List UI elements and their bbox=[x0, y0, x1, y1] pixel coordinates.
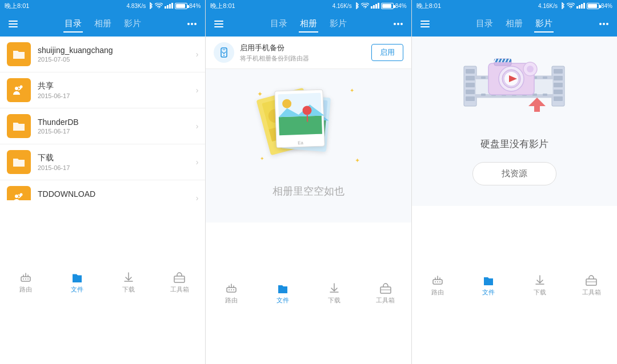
status-right-2: 4.16K/s 84% bbox=[332, 2, 407, 9]
svg-point-4 bbox=[191, 23, 193, 25]
tab-movie-3[interactable]: 影片 bbox=[534, 16, 554, 33]
file-item-1[interactable]: shuijing_kuangchang 2015-07-05 › bbox=[0, 37, 205, 72]
panel-movie: 晚上8:01 4.16K/s 84% 目录 相册 bbox=[412, 0, 617, 364]
battery-pct-2: 84% bbox=[395, 3, 407, 9]
bottom-nav-file-label-1: 文件 bbox=[71, 285, 83, 294]
file-item-2[interactable]: 共享 2015-06-17 › bbox=[0, 72, 205, 108]
nav-bar-1: 目录 相册 影片 bbox=[0, 11, 205, 37]
backup-phone-icon bbox=[214, 42, 234, 63]
bottom-nav-2: 路由 文件 下载 工具箱 bbox=[206, 223, 411, 365]
svg-rect-48 bbox=[420, 21, 430, 22]
panel-directory: 晚上8:01 4.83K/s 84% 目录 相册 bbox=[0, 0, 206, 364]
svg-point-17 bbox=[23, 278, 24, 280]
battery-3 bbox=[587, 3, 599, 9]
file-info-2: 共享 2015-06-17 bbox=[38, 81, 189, 99]
nav-home-btn-2[interactable] bbox=[210, 15, 227, 33]
bottom-nav-download-1[interactable]: 下载 bbox=[103, 200, 154, 364]
bottom-nav-toolbox-1[interactable]: 工具箱 bbox=[154, 200, 205, 364]
svg-point-27 bbox=[400, 23, 403, 25]
svg-point-26 bbox=[397, 23, 399, 25]
file-item-5[interactable]: TDDOWNLOAD 2015-05-28 › bbox=[0, 180, 205, 200]
bottom-nav-download-3[interactable]: 下载 bbox=[514, 206, 566, 364]
svg-point-25 bbox=[394, 23, 396, 25]
folder-icon-2 bbox=[7, 78, 31, 102]
status-right-1: 4.83K/s 84% bbox=[126, 2, 201, 9]
battery-pct-1: 84% bbox=[189, 3, 201, 9]
star-2: ✦ bbox=[350, 87, 354, 94]
battery-pct-3: 84% bbox=[601, 3, 612, 9]
status-right-3: 4.16K/s 84% bbox=[538, 2, 612, 9]
movie-empty-state: 硬盘里没有影片 找资源 bbox=[412, 37, 617, 206]
bottom-nav-router-1[interactable]: 路由 bbox=[0, 200, 51, 364]
find-source-button[interactable]: 找资源 bbox=[472, 162, 556, 185]
bottom-nav-router-3[interactable]: 路由 bbox=[412, 206, 463, 364]
svg-point-101 bbox=[439, 281, 440, 282]
svg-rect-64 bbox=[554, 90, 563, 94]
bottom-nav-toolbox-2[interactable]: 工具箱 bbox=[360, 223, 411, 365]
tab-directory-3[interactable]: 目录 bbox=[475, 16, 494, 33]
tab-album-2[interactable]: 相册 bbox=[299, 16, 318, 33]
status-bar-1: 晚上8:01 4.83K/s 84% bbox=[0, 0, 205, 11]
tab-directory-1[interactable]: 目录 bbox=[63, 16, 83, 33]
tab-movie-2[interactable]: 影片 bbox=[328, 16, 348, 33]
bottom-nav-router-2[interactable]: 路由 bbox=[206, 223, 257, 365]
nav-more-btn-3[interactable] bbox=[595, 15, 612, 33]
bottom-nav-toolbox-label-3: 工具箱 bbox=[582, 288, 601, 297]
svg-rect-57 bbox=[466, 83, 475, 87]
bottom-nav-3: 路由 文件 下载 工具箱 bbox=[412, 206, 617, 364]
svg-point-44 bbox=[231, 289, 232, 290]
backup-enable-button[interactable]: 启用 bbox=[371, 44, 403, 61]
tab-album-1[interactable]: 相册 bbox=[93, 16, 113, 33]
tab-album-3[interactable]: 相册 bbox=[504, 16, 524, 33]
speed-2: 4.16K/s bbox=[332, 3, 352, 9]
svg-rect-50 bbox=[420, 26, 430, 27]
folder-icon-5 bbox=[7, 186, 31, 200]
file-name-5: TDDOWNLOAD bbox=[38, 189, 189, 199]
movie-empty-text: 硬盘里没有影片 bbox=[480, 137, 548, 151]
bottom-nav-file-2[interactable]: 文件 bbox=[257, 223, 308, 365]
file-name-1: shuijing_kuangchang bbox=[38, 46, 189, 55]
svg-rect-76 bbox=[481, 94, 486, 96]
svg-rect-49 bbox=[420, 23, 430, 25]
file-info-4: 下载 2015-06-17 bbox=[38, 153, 189, 171]
nav-more-btn-1[interactable] bbox=[183, 15, 201, 33]
status-bar-3: 晚上8:01 4.16K/s 84% bbox=[412, 0, 617, 11]
folder-icon-3 bbox=[7, 114, 31, 138]
file-item-4[interactable]: 下载 2015-06-17 › bbox=[0, 144, 205, 180]
svg-point-6 bbox=[15, 87, 18, 90]
file-item-3[interactable]: ThunderDB 2015-06-17 › bbox=[0, 108, 205, 144]
bluetooth-icon-3 bbox=[559, 2, 565, 9]
svg-rect-22 bbox=[214, 21, 223, 22]
signal-bars-1 bbox=[165, 3, 173, 9]
nav-home-btn-3[interactable] bbox=[416, 15, 434, 33]
nav-more-btn-2[interactable] bbox=[390, 15, 407, 33]
backup-subtitle: 将手机相册备份到路由器 bbox=[240, 54, 365, 63]
svg-point-19 bbox=[27, 278, 29, 280]
signal-bars-2 bbox=[371, 3, 379, 9]
bottom-nav-toolbox-label-2: 工具箱 bbox=[376, 296, 395, 305]
bottom-nav-toolbox-3[interactable]: 工具箱 bbox=[566, 206, 617, 364]
folder-icon-4 bbox=[7, 150, 31, 174]
file-date-4: 2015-06-17 bbox=[38, 164, 189, 171]
nav-home-btn-1[interactable] bbox=[5, 15, 22, 33]
file-name-4: 下载 bbox=[38, 153, 189, 163]
status-bar-2: 晚上8:01 4.16K/s 84% bbox=[206, 0, 411, 11]
svg-point-100 bbox=[437, 281, 438, 282]
file-date-2: 2015-06-17 bbox=[38, 92, 189, 99]
wifi-icon-1 bbox=[155, 3, 163, 9]
svg-point-45 bbox=[233, 289, 234, 290]
svg-point-52 bbox=[603, 23, 605, 25]
wifi-icon-2 bbox=[361, 3, 369, 9]
svg-rect-65 bbox=[554, 96, 563, 101]
bottom-nav-file-1[interactable]: 文件 bbox=[51, 200, 103, 364]
bottom-nav-download-2[interactable]: 下载 bbox=[308, 223, 360, 365]
photo-collage-illustration: ✦ ✦ ✦ ✦ bbox=[251, 82, 366, 173]
bottom-nav-file-3[interactable]: 文件 bbox=[463, 206, 514, 364]
chevron-icon-4: › bbox=[196, 157, 199, 167]
tab-directory-2[interactable]: 目录 bbox=[269, 16, 289, 33]
bottom-nav-router-label-1: 路由 bbox=[19, 285, 32, 294]
tab-movie-1[interactable]: 影片 bbox=[123, 16, 142, 33]
bottom-nav-router-label-2: 路由 bbox=[225, 296, 238, 305]
svg-rect-62 bbox=[554, 76, 563, 80]
bottom-nav-1: 路由 文件 下载 工具箱 bbox=[0, 200, 205, 364]
